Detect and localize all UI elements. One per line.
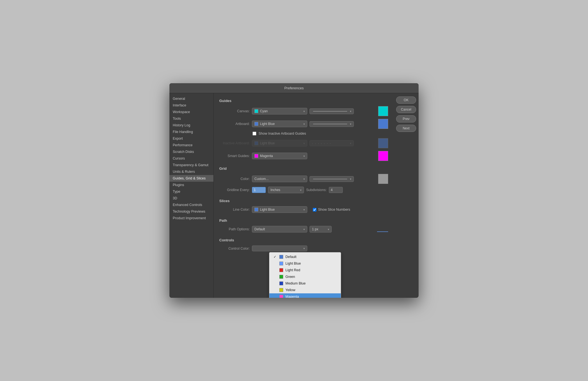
artboard-color-dropdown[interactable]: Light Blue ▾ — [252, 121, 307, 127]
control-color-dropdown[interactable]: ▾ — [252, 246, 307, 251]
menu-item-light-blue[interactable]: Light Blue — [269, 260, 341, 267]
canvas-color-swatch — [254, 109, 258, 113]
sidebar-item-export[interactable]: Export — [169, 135, 213, 142]
sidebar-item-file-handling[interactable]: File Handling — [169, 129, 213, 135]
show-slice-numbers-label: Show Slice Numbers — [318, 208, 350, 212]
grid-color-value: Custom... — [254, 177, 269, 181]
control-color-label: Control Color: — [219, 247, 250, 250]
sidebar-item-interface[interactable]: Interface — [169, 102, 213, 109]
title-bar: Preferences — [169, 83, 419, 93]
grid-color-preview — [378, 174, 388, 184]
controls-section: Controls Control Color: ▾ — [219, 238, 388, 251]
menu-item-medium-blue[interactable]: Medium Blue — [269, 280, 341, 287]
menu-item-default[interactable]: ✓Default — [269, 254, 341, 260]
inactive-artboard-row: Inactive Artboard: Light Blue ▾ - - - - … — [219, 138, 388, 148]
inactive-line-style-dropdown: - - - - - - - ▾ — [310, 140, 354, 146]
grid-color-arrow: ▾ — [303, 178, 305, 181]
artboard-line-style-dropdown[interactable]: ▾ — [310, 121, 354, 127]
next-button[interactable]: Next — [396, 125, 416, 132]
artboard-row: Artboard: Light Blue ▾ ▾ — [219, 119, 388, 129]
sidebar-item-units---rulers[interactable]: Units & Rulers — [169, 168, 213, 175]
menu-item-light-red[interactable]: Light Red — [269, 267, 341, 273]
canvas-line-arrow: ▾ — [350, 110, 351, 113]
menu-color-swatch — [279, 255, 283, 259]
path-options-label: Path Options: — [219, 227, 250, 231]
path-size-value: 1 px — [312, 227, 318, 231]
path-options-dropdown[interactable]: Default ▾ — [252, 226, 307, 233]
canvas-label: Canvas: — [219, 109, 250, 113]
slices-color-swatch — [254, 208, 258, 212]
inactive-color-swatch — [254, 141, 258, 145]
slices-dropdown-arrow: ▾ — [303, 208, 305, 211]
grid-color-dropdown[interactable]: Custom... ▾ — [252, 176, 307, 182]
artboard-line-arrow: ▾ — [350, 122, 351, 126]
sidebar-item-transparency---gamut[interactable]: Transparency & Gamut — [169, 162, 213, 168]
show-slice-numbers-checkbox[interactable] — [313, 208, 316, 212]
canvas-line-style-dropdown[interactable]: ▾ — [310, 108, 354, 114]
ok-button[interactable]: OK — [396, 96, 416, 104]
sidebar-item-general[interactable]: General — [169, 95, 213, 102]
sidebar-item-scratch-disks[interactable]: Scratch Disks — [169, 148, 213, 155]
gridline-unit-dropdown[interactable]: Inches ▾ — [268, 187, 304, 193]
dialog-title: Preferences — [284, 86, 304, 90]
inactive-dropdown-arrow: ▾ — [303, 142, 305, 145]
menu-item-yellow[interactable]: Yellow — [269, 287, 341, 293]
sidebar-item-plugins[interactable]: Plugins — [169, 182, 213, 188]
smart-guides-dropdown[interactable]: Magenta ▾ — [252, 153, 307, 159]
grid-line-preview — [313, 179, 347, 179]
sidebar-item-product-improvement[interactable]: Product Improvement — [169, 215, 213, 221]
cancel-button[interactable]: Cancel — [396, 106, 416, 113]
slices-color-dropdown[interactable]: Light Blue ▾ — [252, 206, 307, 213]
menu-color-swatch — [279, 288, 283, 292]
menu-item-green[interactable]: Green — [269, 273, 341, 280]
gridline-label: Gridline Every: — [219, 188, 250, 192]
sidebar-item-guides--grid---slices[interactable]: Guides, Grid & Slices — [169, 175, 213, 182]
artboard-label: Artboard: — [219, 122, 250, 126]
sidebar: GeneralInterfaceWorkspaceToolsHistory Lo… — [169, 93, 214, 298]
sidebar-item--d[interactable]: 3D — [169, 195, 213, 202]
sidebar-item-performance[interactable]: Performance — [169, 142, 213, 148]
menu-item-label: Medium Blue — [285, 281, 306, 285]
show-inactive-label: Show Inactive Artboard Guides — [259, 132, 306, 135]
canvas-line-preview — [313, 111, 347, 111]
grid-color-row: Color: Custom... ▾ ▾ — [219, 174, 388, 184]
subdivisions-input[interactable] — [329, 187, 343, 193]
grid-line-style-dropdown[interactable]: ▾ — [310, 176, 354, 182]
menu-color-swatch — [279, 275, 283, 279]
menu-item-magenta[interactable]: Magenta — [269, 293, 341, 298]
sidebar-item-type[interactable]: Type — [169, 188, 213, 195]
menu-item-label: Light Red — [285, 268, 300, 272]
control-color-arrow: ▾ — [303, 247, 305, 250]
preferences-dialog: Preferences GeneralInterfaceWorkspaceToo… — [169, 83, 419, 298]
slices-row: Line Color: Light Blue ▾ Show Slice Numb… — [219, 206, 388, 213]
slices-line-color-label: Line Color: — [219, 208, 250, 212]
sidebar-item-history-log[interactable]: History Log — [169, 122, 213, 129]
canvas-color-dropdown[interactable]: Cyan ▾ — [252, 108, 307, 114]
show-inactive-row: Show Inactive Artboard Guides — [219, 132, 388, 135]
path-section: Path Path Options: Default ▾ 1 px ▾ — [219, 218, 388, 233]
prev-button[interactable]: Prev — [396, 115, 416, 122]
sidebar-item-workspace[interactable]: Workspace — [169, 109, 213, 115]
inactive-color-preview — [378, 138, 388, 148]
sidebar-item-technology-previews[interactable]: Technology Previews — [169, 208, 213, 215]
menu-color-swatch — [279, 295, 283, 298]
path-size-dropdown[interactable]: 1 px ▾ — [310, 226, 332, 233]
grid-line-arrow: ▾ — [350, 178, 351, 181]
artboard-dropdown-arrow: ▾ — [303, 122, 305, 126]
canvas-color-value: Cyan — [260, 109, 268, 113]
inactive-color-dropdown: Light Blue ▾ — [252, 140, 307, 147]
show-inactive-checkbox[interactable] — [252, 132, 256, 135]
path-preview — [377, 226, 388, 232]
sidebar-item-enhanced-controls[interactable]: Enhanced Controls — [169, 202, 213, 208]
menu-color-swatch — [279, 262, 283, 265]
subdivisions-label: Subdivisions: — [306, 188, 327, 192]
smart-dropdown-arrow: ▾ — [303, 155, 305, 158]
menu-color-swatch — [279, 281, 283, 285]
path-row: Path Options: Default ▾ 1 px ▾ — [219, 226, 388, 233]
right-buttons: OK Cancel Prev Next — [394, 93, 419, 298]
inactive-label: Inactive Artboard: — [219, 141, 250, 145]
gridline-input[interactable] — [252, 187, 266, 193]
grid-header: Grid — [219, 166, 388, 171]
sidebar-item-cursors[interactable]: Cursors — [169, 155, 213, 162]
sidebar-item-tools[interactable]: Tools — [169, 115, 213, 122]
